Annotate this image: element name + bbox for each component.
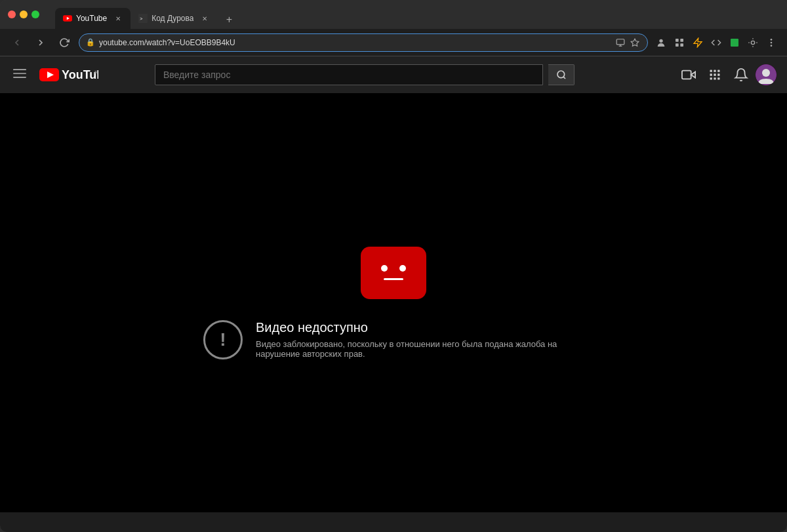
- tab-koddurova-title: Код Дурова: [151, 14, 193, 23]
- browser-window: YouTube ✕ > Код Дурова ✕ +: [0, 0, 787, 532]
- address-bar[interactable]: 🔒 youtube.com/watch?v=UoEOBB9B4kU: [79, 33, 648, 52]
- tab-youtube[interactable]: YouTube ✕: [55, 8, 131, 29]
- svg-rect-29: [714, 70, 716, 72]
- notifications-button[interactable]: [729, 63, 753, 87]
- youtube-favicon: [63, 14, 72, 23]
- forward-button[interactable]: [31, 33, 50, 52]
- svg-point-38: [762, 69, 770, 77]
- minimize-button[interactable]: [20, 10, 28, 18]
- tab-youtube-title: YouTube: [76, 14, 107, 23]
- svg-rect-36: [717, 77, 719, 79]
- bookmark-icon[interactable]: [629, 37, 641, 49]
- svg-point-15: [771, 41, 773, 43]
- right-eye: [399, 265, 406, 272]
- svg-point-14: [771, 39, 773, 41]
- more-options-button[interactable]: [763, 35, 779, 51]
- left-eye: [381, 265, 388, 272]
- svg-rect-9: [676, 43, 679, 47]
- svg-text:RU: RU: [94, 70, 98, 75]
- url-text: youtube.com/watch?v=UoEOBB9B4kU: [99, 38, 611, 47]
- svg-rect-28: [710, 70, 712, 72]
- hamburger-menu-button[interactable]: [10, 64, 29, 86]
- lock-icon: 🔒: [86, 38, 95, 47]
- svg-point-13: [751, 41, 754, 44]
- error-message: ! Видео недоступно Видео заблокировано, …: [203, 320, 584, 359]
- error-exclamation-icon: !: [203, 320, 243, 359]
- extension-icon-1[interactable]: [672, 35, 687, 51]
- nav-bar: 🔒 youtube.com/watch?v=UoEOBB9B4kU: [0, 29, 787, 56]
- svg-marker-11: [694, 38, 702, 47]
- reload-button[interactable]: [55, 33, 73, 52]
- svg-rect-35: [714, 77, 716, 79]
- close-button[interactable]: [8, 10, 16, 18]
- tab-koddurova[interactable]: > Код Дурова ✕: [131, 8, 217, 29]
- extension-icon-2[interactable]: [690, 35, 706, 51]
- error-description: Видео заблокировано, поскольку в отношен…: [256, 339, 584, 359]
- svg-rect-30: [717, 70, 719, 72]
- tab-koddurova-close[interactable]: ✕: [200, 14, 209, 23]
- svg-line-25: [563, 77, 565, 79]
- svg-text:>: >: [140, 16, 142, 21]
- svg-rect-27: [682, 71, 691, 79]
- youtube-error-face: [361, 247, 426, 299]
- traffic-lights: [8, 10, 39, 18]
- video-container: ! Видео недоступно Видео заблокировано, …: [0, 93, 787, 512]
- create-video-button[interactable]: [677, 63, 700, 87]
- error-text: Видео недоступно Видео заблокировано, по…: [256, 320, 584, 359]
- tabs-area: YouTube ✕ > Код Дурова ✕ +: [55, 0, 779, 29]
- maximize-button[interactable]: [31, 10, 39, 18]
- nav-right-icons: [653, 35, 779, 51]
- svg-rect-32: [714, 73, 716, 75]
- error-title: Видео недоступно: [256, 320, 584, 335]
- sad-face-inner: [381, 265, 406, 280]
- svg-rect-18: [13, 73, 26, 74]
- svg-rect-34: [710, 77, 712, 79]
- svg-rect-4: [616, 39, 624, 44]
- youtube-right-icons: [677, 63, 777, 87]
- title-bar: YouTube ✕ > Код Дурова ✕ +: [0, 0, 787, 29]
- svg-rect-19: [13, 77, 26, 78]
- svg-text:YouTube: YouTube: [62, 68, 98, 81]
- back-button[interactable]: [8, 33, 26, 52]
- error-icon-area: ! Видео недоступно Видео заблокировано, …: [203, 247, 584, 359]
- svg-rect-31: [710, 73, 712, 75]
- search-input[interactable]: [155, 64, 543, 85]
- extension-icon-3[interactable]: [708, 35, 724, 51]
- svg-point-6: [659, 39, 662, 42]
- screen-cast-icon[interactable]: [615, 37, 626, 49]
- svg-point-24: [557, 71, 565, 78]
- bottom-bar: [0, 512, 787, 532]
- new-tab-button[interactable]: +: [220, 10, 238, 29]
- svg-rect-10: [680, 43, 683, 47]
- eyes: [381, 265, 406, 272]
- youtube-logo[interactable]: YouTube RU: [39, 64, 98, 85]
- green-square-icon[interactable]: [727, 35, 742, 51]
- address-icons: [615, 37, 641, 49]
- svg-marker-26: [691, 72, 695, 77]
- svg-rect-33: [717, 73, 719, 75]
- svg-point-16: [771, 45, 773, 47]
- svg-marker-5: [631, 39, 639, 46]
- svg-rect-7: [676, 39, 679, 42]
- svg-rect-17: [13, 69, 26, 70]
- apps-button[interactable]: [703, 63, 727, 87]
- user-avatar[interactable]: [756, 64, 777, 85]
- search-button[interactable]: [548, 64, 575, 85]
- koddurova-favicon: >: [138, 14, 148, 23]
- search-area: [155, 64, 575, 85]
- svg-rect-8: [680, 39, 683, 42]
- profile-icon[interactable]: [653, 35, 669, 51]
- youtube-header: YouTube RU: [0, 56, 787, 93]
- extension-icon-4[interactable]: [745, 35, 761, 51]
- mouth: [384, 278, 403, 280]
- tab-youtube-close[interactable]: ✕: [113, 14, 123, 23]
- svg-rect-12: [731, 39, 738, 47]
